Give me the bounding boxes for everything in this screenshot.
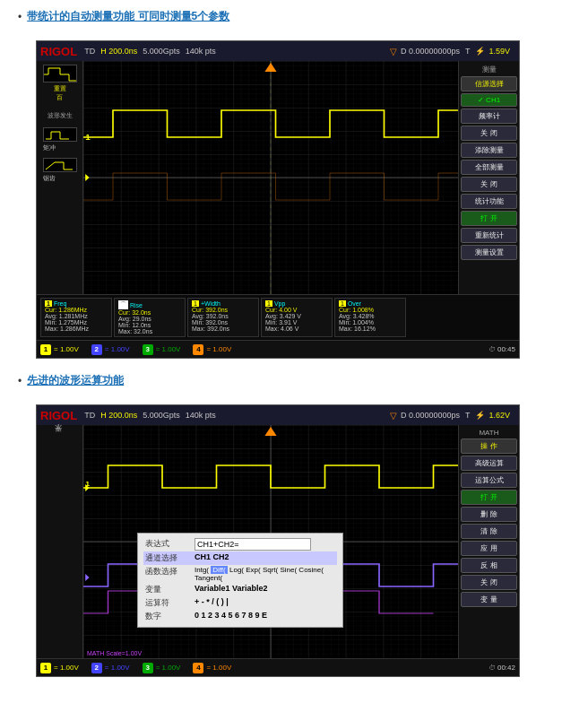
- scope2-main: 水平: [37, 425, 519, 658]
- scope1-samplepts: 140k pts: [186, 47, 216, 56]
- scope2-btn-delete[interactable]: 删 除: [461, 507, 517, 522]
- dialog-label-func: 函数选择: [143, 565, 193, 583]
- rigol-logo-1: RIGOL: [40, 45, 77, 58]
- meas-vpp: 1 Vpp Cur: 4.00 V Avg: 3.429 V Min: 3.91…: [261, 298, 333, 337]
- scope2-ch2-box: 2 = 1.00V: [91, 663, 130, 673]
- scope2-btn-invert[interactable]: 反 相: [461, 558, 517, 573]
- scope1-trigpos: D 0.00000000ps: [401, 47, 460, 56]
- scope1-time: ⏱ 00:45: [489, 345, 515, 353]
- scope1-btn-addmeas[interactable]: 添除测量: [461, 143, 517, 158]
- scope1-btn-close2[interactable]: 关 闭: [461, 177, 517, 192]
- meas-freq-cur: Cur: 1.286MHz: [45, 307, 108, 313]
- scope1-bottom-channels: 1 = 1.00V 2 = 1.00V 3 = 1.00V 4 = 1.00V …: [37, 340, 519, 358]
- scope1-main: 重置 百 波形发生 矩冲 锯齿: [37, 61, 519, 294]
- scope1-ch3-box: 3 = 1.00V: [143, 344, 181, 355]
- scope1-ramp-icon: 锯齿: [43, 158, 77, 183]
- scope1-voltage: 1.59V: [489, 47, 510, 56]
- dialog-func-val: Intg( Diff( Log( Exp( Sqrt( Sine( Cosine…: [193, 565, 337, 583]
- scope2-btn-clear[interactable]: 清 除: [461, 524, 517, 539]
- meas-over: 1 Over Cur: 1.008% Avg: 3.428% Min: 1.00…: [334, 298, 406, 337]
- dialog-label-expr: 表达式: [143, 537, 193, 551]
- dialog-var-val: Variable1 Variable2: [193, 583, 337, 596]
- scope1-samplerate: 5.000Gpts: [143, 47, 180, 56]
- scope1-btn-source[interactable]: 信源选择: [461, 76, 517, 91]
- scope2-mode: TD: [84, 411, 95, 420]
- scope2-trigpos: D 0.00000000ps: [401, 411, 460, 420]
- rigol-logo-2: RIGOL: [40, 409, 77, 422]
- scope1-ch2-box: 2 = 1.00V: [91, 344, 130, 355]
- svg-text:1: 1: [85, 479, 90, 488]
- scope2-bottom-channels: 1 = 1.00V 2 = 1.00V 3 = 1.00V 4 = 1.00V …: [37, 658, 519, 676]
- scope1-wave-preview: 重置 百: [39, 65, 81, 102]
- scope2-btn-var[interactable]: 变 量: [461, 592, 517, 607]
- svg-text:1: 1: [85, 132, 91, 141]
- scope1-mode: TD: [84, 47, 95, 56]
- scope1-btn-close1[interactable]: 关 闭: [461, 126, 517, 141]
- scope1-panel-label: 测量: [461, 65, 517, 74]
- scope1-topbar: RIGOL TD H 200.0ns 5.000Gpts 140k pts ▽ …: [37, 41, 519, 61]
- scope1-ch1-box: 1 = 1.00V: [40, 344, 79, 355]
- dialog-label-num: 数字: [143, 610, 193, 623]
- scope1-trigstatus: T: [465, 47, 471, 56]
- scope1-grid: 1: [83, 61, 458, 294]
- scope1-meas-bar: 1 Freq Cur: 1.286MHz Avg: 1.281MHz Min: …: [37, 294, 519, 340]
- scope2-time: ⏱ 00:42: [489, 664, 515, 672]
- scope2-topbar: RIGOL TD H 200.0ns 5.000Gpts 140k pts ▽ …: [37, 405, 519, 425]
- scope2-btn-open[interactable]: 打 开: [461, 490, 517, 505]
- scope2-samplepts: 140k pts: [186, 411, 216, 420]
- scope1-right-panel: 测量 信源选择 ✓ CH1 频率计 关 闭 添除测量 全部测量 关 闭 统计功能…: [458, 61, 519, 294]
- scope1: RIGOL TD H 200.0ns 5.000Gpts 140k pts ▽ …: [36, 40, 520, 359]
- scope1-btn-open[interactable]: 打 开: [461, 211, 517, 226]
- scope1-lightning: ⚡: [475, 47, 485, 56]
- scope2-grid: 1 表达式 通道选择 CH1 CH2: [83, 425, 458, 658]
- meas-pwidth: 1 +Width Cur: 392.0ns Avg: 392.0ns Min: …: [187, 298, 259, 337]
- scope2-btn-advanced[interactable]: 高级运算: [461, 456, 517, 471]
- scope1-btn-ch1[interactable]: ✓ CH1: [461, 93, 517, 107]
- section2-title: 先进的波形运算功能: [27, 373, 124, 388]
- scope2: RIGOL TD H 200.0ns 5.000Gpts 140k pts ▽ …: [36, 404, 520, 677]
- scope2-right-panel: MATH 操 作 高级运算 运算公式 打 开 删 除 清 除 应 用 反 相 关…: [458, 425, 519, 658]
- scope1-btn-stat[interactable]: 统计功能: [461, 194, 517, 209]
- scope2-btn-formula[interactable]: 运算公式: [461, 473, 517, 488]
- scope2-left-panel: 水平: [37, 425, 83, 658]
- meas-freq: 1 Freq Cur: 1.286MHz Avg: 1.281MHz Min: …: [40, 298, 112, 337]
- scope1-btn-measset[interactable]: 测量设置: [461, 245, 517, 260]
- scope2-lightning: ⚡: [475, 411, 485, 420]
- scope2-trigstatus: T: [465, 411, 471, 420]
- scope2-btn-close[interactable]: 关 闭: [461, 575, 517, 590]
- scope2-trigger-indicator: ▽: [390, 411, 397, 421]
- dialog-expr-input[interactable]: [195, 538, 311, 551]
- scope1-left-panel: 重置 百 波形发生 矩冲 锯齿: [37, 61, 83, 294]
- scope2-voltage: 1.62V: [489, 411, 510, 420]
- dialog-num-val: 0 1 2 3 4 5 6 7 8 9 E: [193, 610, 337, 623]
- scope1-timediv: H 200.0ns: [100, 47, 137, 56]
- scope2-ch4-box: 4 = 1.00V: [193, 663, 231, 673]
- bullet1: • 带统计的自动测量功能 可同时测量5个参数: [18, 9, 570, 30]
- scope2-btn-ops[interactable]: 操 作: [461, 438, 517, 454]
- scope2-ch1-box: 1 = 1.00V: [40, 663, 79, 673]
- dialog-label-var: 变量: [143, 583, 193, 596]
- section1-title: 带统计的自动测量功能 可同时测量5个参数: [27, 9, 229, 24]
- meas-rise: ⌒ Rise Cur: 32.0ns Avg: 29.0ns Min: 12.0…: [114, 298, 186, 337]
- dialog-chan-val: CH1 CH2: [193, 551, 337, 565]
- dialog-label-ops: 运算符: [143, 596, 193, 610]
- scope1-pulse-icon: 矩冲: [43, 127, 77, 152]
- scope1-btn-freqcnt[interactable]: 频率计: [461, 109, 517, 124]
- scope1-btn-restat[interactable]: 重新统计: [461, 228, 517, 243]
- scope2-panel-label: MATH: [461, 429, 517, 437]
- scope2-timediv: H 200.0ns: [100, 411, 137, 420]
- section2: • 先进的波形运算功能 RIGOL TD H 200.0ns 5.000Gpts…: [18, 373, 570, 677]
- section1: • 带统计的自动测量功能 可同时测量5个参数 RIGOL TD H 200.0n…: [18, 9, 570, 359]
- scope2-btn-apply[interactable]: 应 用: [461, 541, 517, 556]
- scope1-ch4-box: 4 = 1.00V: [193, 344, 231, 355]
- scope2-ch3-box: 3 = 1.00V: [143, 663, 181, 673]
- scope2-math-label: MATH Scale=1.00V: [87, 650, 142, 656]
- scope1-wavegen-label: 波形发生: [48, 111, 73, 120]
- dialog-ops-val: + - * / ( ) |: [193, 596, 337, 610]
- bullet2: • 先进的波形运算功能: [18, 373, 570, 394]
- scope2-samplerate: 5.000Gpts: [143, 411, 180, 420]
- dialog-label-chan: 通道选择: [143, 551, 193, 565]
- scope1-trigger-indicator: ▽: [390, 47, 397, 56]
- scope2-math-dialog: 表达式 通道选择 CH1 CH2 函数选择 Intg( Diff( Log( E…: [137, 533, 343, 628]
- scope1-btn-allmeas[interactable]: 全部测量: [461, 160, 517, 175]
